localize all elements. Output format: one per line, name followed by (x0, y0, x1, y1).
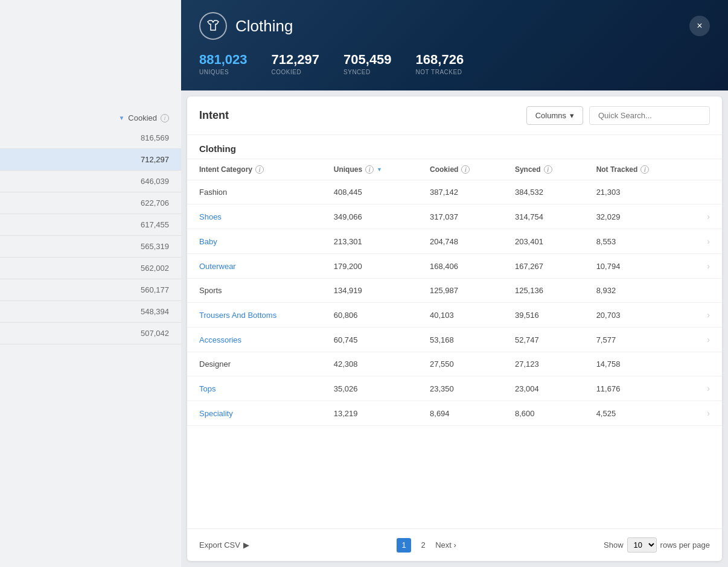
col-header-actions[interactable] (686, 159, 722, 180)
cell-category[interactable]: Shoes (187, 204, 322, 229)
cell-synced: 384,532 (503, 180, 584, 204)
cell-cookied: 23,350 (418, 376, 503, 401)
table-row: Accessories60,74553,16852,7477,577› (187, 328, 722, 352)
table-row: Speciality13,2198,6948,6004,525› (187, 401, 722, 426)
next-page-button[interactable]: Next › (435, 540, 456, 550)
table-row: Sports134,919125,987125,1368,932 (187, 279, 722, 303)
cell-cookied: 387,142 (418, 180, 503, 204)
col-header-Intent Category[interactable]: Intent Categoryi (187, 159, 322, 180)
cell-not-tracked: 4,525 (584, 401, 686, 426)
cell-category[interactable]: Outerwear (187, 254, 322, 279)
sidebar-row[interactable]: 646,039 (0, 171, 181, 192)
sidebar-row[interactable]: 507,042 (0, 323, 181, 344)
stat-item: 705,459SYNCED (343, 52, 392, 75)
close-button[interactable]: × (689, 16, 710, 36)
col-header-Not Tracked[interactable]: Not Trackedi (584, 159, 686, 180)
cell-category[interactable]: Trousers And Bottoms (187, 303, 322, 328)
row-chevron-icon (686, 352, 722, 376)
table-footer: Export CSV ▶ 12Next › Show 10 25 50 rows… (187, 528, 722, 561)
row-chevron-icon[interactable]: › (686, 328, 722, 352)
sidebar-row[interactable]: 562,002 (0, 258, 181, 279)
cell-synced: 52,747 (503, 328, 584, 352)
col-info-icon: i (544, 165, 552, 174)
stat-label: UNIQUES (199, 69, 247, 75)
table-section-title: Clothing (187, 135, 722, 159)
sidebar-row[interactable]: 560,177 (0, 279, 181, 301)
col-sort-icon: ▼ (377, 166, 382, 173)
cell-not-tracked: 11,676 (584, 376, 686, 401)
cell-cookied: 168,406 (418, 254, 503, 279)
cell-cookied: 204,748 (418, 229, 503, 254)
cell-cookied: 125,987 (418, 279, 503, 303)
sidebar-info-icon: i (161, 114, 169, 122)
sidebar-row[interactable]: 548,394 (0, 301, 181, 323)
cell-synced: 27,123 (503, 352, 584, 376)
pagination: 12Next › (397, 538, 456, 553)
cell-uniques: 213,301 (322, 229, 418, 254)
sidebar-row[interactable]: 816,569 (0, 127, 181, 149)
export-arrow-icon: ▶ (243, 540, 249, 550)
cell-synced: 125,136 (503, 279, 584, 303)
stat-item: 881,023UNIQUES (199, 52, 247, 75)
cell-cookied: 8,694 (418, 401, 503, 426)
cell-not-tracked: 10,794 (584, 254, 686, 279)
page-1[interactable]: 1 (397, 538, 411, 553)
export-csv-button[interactable]: Export CSV ▶ (199, 540, 249, 550)
sidebar-row[interactable]: 565,319 (0, 236, 181, 258)
sidebar-row[interactable]: 622,706 (0, 192, 181, 214)
search-input[interactable] (589, 106, 710, 125)
cell-category[interactable]: Speciality (187, 401, 322, 426)
intent-toolbar: Intent Columns ▾ (187, 97, 722, 135)
sidebar-row[interactable]: 617,455 (0, 214, 181, 236)
columns-label: Columns (535, 111, 566, 120)
sidebar-filter-row: ▼ Cookied i (0, 109, 181, 127)
cell-category[interactable]: Accessories (187, 328, 322, 352)
sidebar-row[interactable]: 712,297 (0, 149, 181, 171)
row-chevron-icon[interactable]: › (686, 204, 722, 229)
row-chevron-icon[interactable]: › (686, 229, 722, 254)
col-info-icon: i (640, 165, 649, 174)
intent-label: Intent (199, 109, 229, 122)
main-content: Clothing × 881,023UNIQUES712,297COOKIED7… (181, 0, 728, 567)
table-header: Intent CategoryiUniquesi▼CookiediSyncedi… (187, 159, 722, 180)
table-row: Trousers And Bottoms60,80640,10339,51620… (187, 303, 722, 328)
cell-uniques: 408,445 (322, 180, 418, 204)
rows-per-page-select[interactable]: 10 25 50 (627, 537, 657, 553)
cell-synced: 23,004 (503, 376, 584, 401)
sidebar-filter-label: Cookied (128, 113, 157, 122)
toolbar-right: Columns ▾ (526, 106, 710, 125)
col-header-Synced[interactable]: Syncedi (503, 159, 584, 180)
row-chevron-icon (686, 279, 722, 303)
table-row: Fashion408,445387,142384,53221,303 (187, 180, 722, 204)
cell-cookied: 27,550 (418, 352, 503, 376)
row-chevron-icon[interactable]: › (686, 254, 722, 279)
cell-not-tracked: 20,703 (584, 303, 686, 328)
stat-value: 705,459 (343, 52, 392, 68)
row-chevron-icon[interactable]: › (686, 376, 722, 401)
cell-uniques: 42,308 (322, 352, 418, 376)
cell-uniques: 349,066 (322, 204, 418, 229)
row-chevron-icon[interactable]: › (686, 303, 722, 328)
row-chevron-icon (686, 180, 722, 204)
page-2[interactable]: 2 (416, 538, 430, 553)
header-stats: 881,023UNIQUES712,297COOKIED705,459SYNCE… (199, 52, 710, 75)
cell-synced: 8,600 (503, 401, 584, 426)
stat-value: 881,023 (199, 52, 247, 68)
table-section: Clothing Intent CategoryiUniquesi▼Cookie… (187, 135, 722, 528)
cell-category[interactable]: Baby (187, 229, 322, 254)
row-chevron-icon[interactable]: › (686, 401, 722, 426)
cell-uniques: 134,919 (322, 279, 418, 303)
col-header-Uniques[interactable]: Uniquesi▼ (322, 159, 418, 180)
columns-button[interactable]: Columns ▾ (526, 106, 583, 125)
table-row: Baby213,301204,748203,4018,553› (187, 229, 722, 254)
cell-uniques: 60,806 (322, 303, 418, 328)
cell-not-tracked: 14,758 (584, 352, 686, 376)
table-row: Outerwear179,200168,406167,26710,794› (187, 254, 722, 279)
cell-category[interactable]: Tops (187, 376, 322, 401)
header: Clothing × 881,023UNIQUES712,297COOKIED7… (181, 0, 728, 90)
stat-item: 712,297COOKIED (272, 52, 320, 75)
cell-not-tracked: 7,577 (584, 328, 686, 352)
cell-not-tracked: 32,029 (584, 204, 686, 229)
col-header-Cookied[interactable]: Cookiedi (418, 159, 503, 180)
stat-label: COOKIED (272, 69, 320, 75)
